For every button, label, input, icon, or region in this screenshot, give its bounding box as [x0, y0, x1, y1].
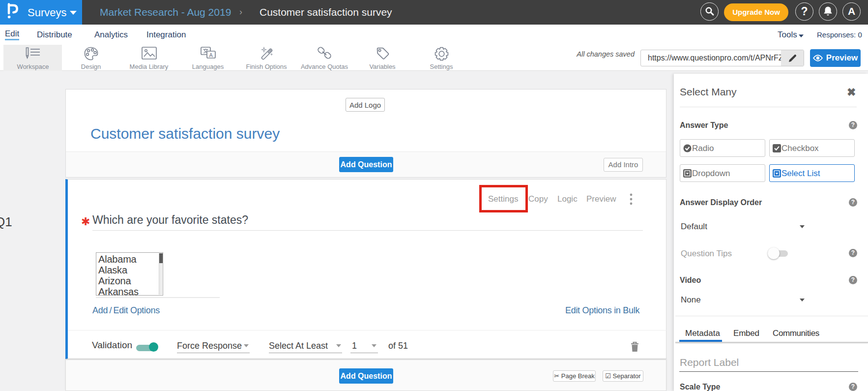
svg-text:A: A	[209, 52, 213, 58]
